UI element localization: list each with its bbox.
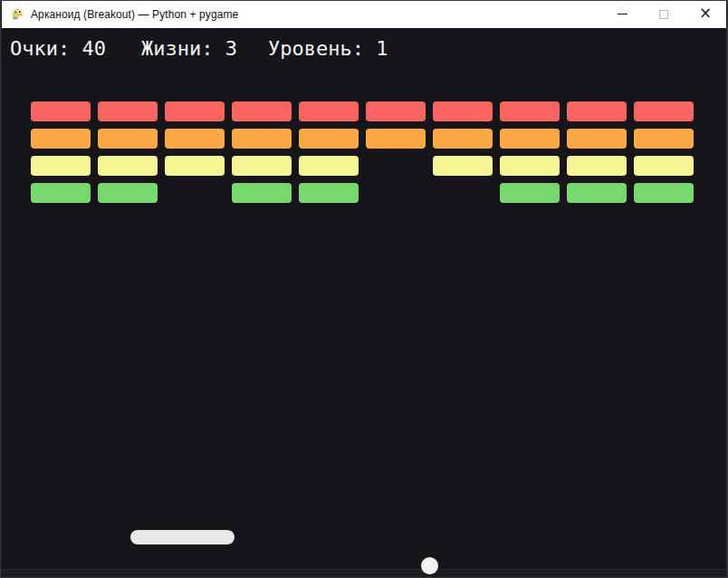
brick-yellow — [500, 156, 560, 176]
brick-orange — [165, 129, 225, 149]
paddle[interactable] — [130, 530, 235, 544]
app-window: Арканоид (Breakout) — Python + pygame × … — [0, 0, 728, 578]
brick-yellow — [567, 156, 627, 176]
window-bottom-border — [1, 569, 728, 578]
brick-orange — [98, 129, 158, 149]
brick-yellow — [98, 156, 158, 176]
brick-red — [433, 101, 493, 121]
brick-red — [634, 101, 694, 121]
brick-yellow — [232, 156, 292, 176]
brick-orange — [500, 129, 560, 149]
brick-red — [165, 101, 225, 121]
brick-red — [98, 101, 158, 121]
brick-green — [98, 183, 158, 203]
brick-orange — [634, 129, 694, 149]
hud-level: Уровень: 1 — [268, 38, 388, 60]
brick-yellow — [634, 156, 694, 176]
brick-red — [366, 101, 426, 121]
hud-lives: Жизни: 3 — [141, 38, 237, 60]
brick-orange — [366, 129, 426, 149]
brick-orange — [31, 129, 91, 149]
brick-red — [567, 101, 627, 121]
game-stage: Очки: 40 Жизни: 3 Уровень: 1 — [1, 1, 728, 578]
brick-orange — [299, 129, 359, 149]
brick-green — [634, 183, 694, 203]
hud-score: Очки: 40 — [10, 38, 106, 60]
brick-red — [232, 101, 292, 121]
ball — [421, 557, 438, 574]
brick-yellow — [31, 156, 91, 176]
brick-orange — [232, 129, 292, 149]
brick-yellow — [299, 156, 359, 176]
brick-orange — [567, 129, 627, 149]
brick-orange — [433, 129, 493, 149]
brick-red — [500, 101, 560, 121]
brick-yellow — [165, 156, 225, 176]
brick-green — [567, 183, 627, 203]
window-right-border — [726, 28, 727, 578]
brick-green — [299, 183, 359, 203]
brick-green — [500, 183, 560, 203]
brick-red — [31, 101, 91, 121]
game-area[interactable]: Очки: 40 Жизни: 3 Уровень: 1 — [2, 28, 726, 576]
brick-red — [299, 101, 359, 121]
brick-green — [232, 183, 292, 203]
brick-yellow — [433, 156, 493, 176]
brick-green — [31, 183, 91, 203]
